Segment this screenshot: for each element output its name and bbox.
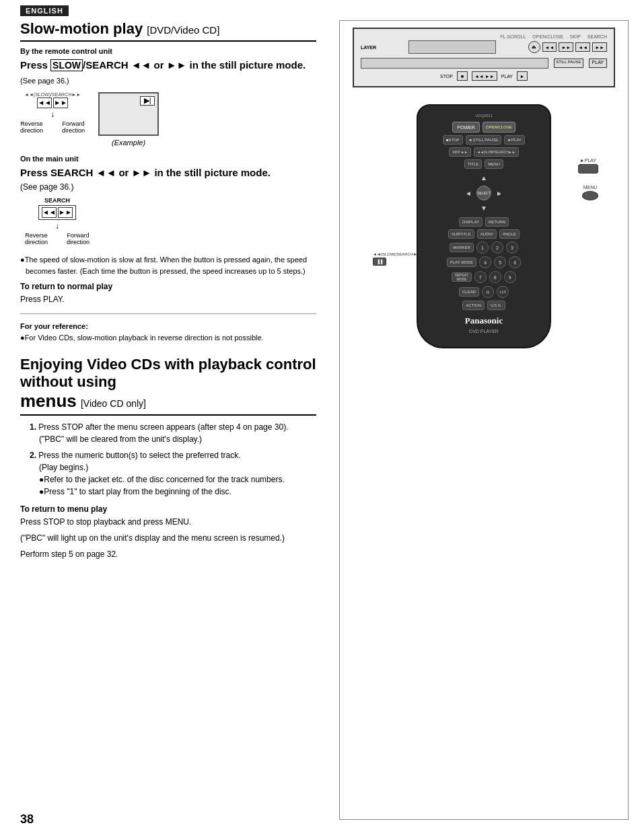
search-rev[interactable]: ◄◄ — [474, 74, 484, 79]
marker-btn[interactable]: MARKER — [450, 243, 474, 252]
repeat-btn[interactable]: REPEATMODE — [452, 272, 472, 282]
dvd-row2: STILL PAUSE PLAY — [361, 58, 607, 69]
num5-btn[interactable]: 5 — [494, 256, 506, 268]
clear-btn[interactable]: CLEAR — [459, 287, 479, 297]
play-right-btn — [578, 164, 598, 174]
subtitle-btn[interactable]: SUBTITLE — [448, 229, 474, 239]
return-menu-text3: Perform step 5 on page 32. — [20, 548, 316, 560]
ref-text: ●For Video CDs, slow-motion playback in … — [20, 332, 316, 344]
main-unit-subtitle: On the main unit — [20, 155, 316, 163]
dvd-btn-group1: ⏏ ◄◄ ►► ◄◄ ►► — [528, 41, 607, 53]
num3-btn[interactable]: 3 — [506, 241, 518, 254]
still-pause-remote-btn[interactable]: ►STILL PAUSE — [466, 135, 501, 145]
slow-box: SLOW — [50, 59, 83, 71]
fl-scroll-label: FL.SCROLL — [500, 34, 526, 39]
stop-remote-btn[interactable]: ■STOP — [443, 135, 463, 145]
layer-label: LAYER — [361, 45, 376, 50]
menu-btn[interactable]: MENU — [485, 159, 503, 169]
num9-btn[interactable]: 9 — [504, 271, 516, 283]
still-pause-btn[interactable]: STILL PAUSE — [554, 59, 583, 68]
return-btn[interactable]: RETURN — [485, 217, 509, 227]
dpad-down[interactable]: ▼ — [480, 204, 487, 212]
menu-right-text: MENU — [583, 185, 598, 190]
select-btn[interactable]: SELECT — [476, 186, 491, 200]
dvd-next-btn[interactable]: ►► — [559, 42, 573, 52]
for-reference-label: For your reference: — [20, 322, 316, 330]
dvd-tray — [361, 58, 548, 69]
skip-remote-btn[interactable]: SKIP ►► — [449, 147, 471, 157]
forward-label: Forwarddirection — [62, 120, 85, 135]
return-menu-text: Press STOP to stop playback and press ME… — [20, 516, 316, 528]
remote-dpad: ▲ ◄ SELECT ► ▼ — [464, 173, 504, 213]
remote-stop-row: ■STOP ►STILL PAUSE ►PLAY — [425, 135, 543, 145]
num0-btn[interactable]: 0 — [482, 286, 494, 298]
diagram-row-2: SEARCH ◄◄ ►► ↓ Reversedirection Forwardd… — [20, 197, 316, 247]
dvd-prev-btn[interactable]: ◄◄ — [542, 42, 557, 52]
open-close-btn[interactable]: OPEN/CLOSE — [483, 122, 515, 132]
audio-btn[interactable]: AUDIO — [477, 229, 497, 239]
dvd-row1: LAYER ⏏ ◄◄ ►► ◄◄ ►► — [361, 40, 607, 54]
power-btn[interactable]: POWER — [452, 122, 479, 132]
search-reverse: Reversedirection — [25, 232, 48, 247]
dpad-up[interactable]: ▲ — [480, 174, 487, 182]
remote-subtitle: By the remote control unit — [20, 47, 316, 55]
angle-btn[interactable]: ANGLE — [499, 229, 520, 239]
remote-wrapper: VEQ2011 POWER OPEN/CLOSE ■STOP ►STILL PA… — [417, 104, 551, 348]
tv-diagram: ▶| (Example) — [98, 92, 159, 147]
arrows1: ◄◄ or ►► in the still picture mode. — [131, 59, 306, 71]
remote-sub-row: SUBTITLE AUDIO ANGLE — [425, 229, 543, 239]
remote-model-label: VEQ2011 — [475, 114, 493, 118]
fwd-btn-diag: ►► — [53, 98, 68, 108]
remote-action-row: ACTION V.S.S. — [425, 301, 543, 310]
return-normal-text: Press PLAY. — [20, 293, 316, 305]
play-btn-top[interactable]: PLAY — [589, 59, 607, 68]
action-btn[interactable]: ACTION — [462, 301, 485, 310]
num7-btn[interactable]: 7 — [474, 271, 487, 283]
num4-btn[interactable]: 4 — [479, 256, 491, 268]
num-pm10-btn[interactable]: ±10 — [497, 286, 509, 298]
num8-btn[interactable]: 8 — [489, 271, 501, 283]
remote-brand: Panasonic — [465, 315, 503, 326]
dvd-rev-btn[interactable]: ◄◄ — [575, 42, 590, 52]
tv-icon: ▶| — [140, 96, 155, 106]
dvd-fwd-btn[interactable]: ►► — [592, 42, 607, 52]
step1-text: Press STOP after the menu screen appears… — [38, 422, 288, 432]
menu-right-label: MENU — [582, 185, 598, 200]
vss-btn[interactable]: V.S.S. — [487, 301, 505, 310]
num6-btn[interactable]: 6 — [509, 256, 521, 268]
num2-btn[interactable]: 2 — [491, 241, 503, 254]
stop-label: STOP — [440, 74, 453, 79]
dpad-left[interactable]: ◄ — [465, 190, 472, 197]
section2-title-enjoying: Enjoying Video CDs with playback control… — [20, 356, 316, 391]
play-btn-bottom[interactable]: ► — [517, 71, 528, 81]
stop-btn[interactable]: ■ — [457, 71, 468, 81]
dpad-right[interactable]: ► — [496, 190, 503, 197]
dvd-open-btn[interactable]: ⏏ — [528, 41, 540, 53]
section1-title-bracket: [DVD/Video CD] — [147, 24, 219, 36]
fwd-search-btn: ►► — [58, 207, 73, 218]
dvd-bottom-row: STOP ■ ◄◄ ►► PLAY ► — [361, 71, 607, 81]
dvd-display — [408, 40, 496, 54]
dvd-player-front: FL.SCROLL OPEN/CLOSE SKIP SEARCH LAYER ⏏… — [353, 28, 615, 87]
slash-search: /SEARCH — [83, 59, 129, 71]
slow-search-buttons: ◄◄ ►► — [37, 98, 68, 108]
remote-playmode-row: PLAY MODE 4 5 6 — [425, 256, 543, 268]
search-fwd[interactable]: ►► — [485, 74, 495, 79]
press-slow-line: Press SLOW/SEARCH ◄◄ or ►► in the still … — [20, 58, 316, 87]
menus-text: menus — [20, 391, 77, 411]
play-remote-btn[interactable]: ►PLAY — [504, 135, 525, 145]
slow-search-diagram: ◄◄(SLOW)/SEARCH►► ◄◄ ►► ↓ Reversedirecti… — [20, 92, 85, 135]
step-2: 2. Press the numeric button(s) to select… — [30, 449, 316, 498]
step1-sub: ("PBC" will be cleared from the unit's d… — [39, 434, 202, 444]
search-btn-row: ◄◄ ►► — [38, 205, 76, 220]
rev-btn-diag: ◄◄ — [37, 98, 52, 108]
num1-btn[interactable]: 1 — [476, 241, 489, 254]
display-btn[interactable]: DISPLAY — [459, 217, 483, 227]
step2-bullet1: ●Refer to the jacket etc. of the disc co… — [39, 473, 316, 486]
remote-repeat-row: REPEATMODE 7 8 9 — [425, 271, 543, 283]
language-badge: ENGLISH — [20, 5, 69, 16]
title-btn[interactable]: TITLE — [464, 159, 482, 169]
slow-search-remote-btn[interactable]: ◄◄SLOW/SEARCH►► — [474, 147, 519, 157]
playmode-btn[interactable]: PLAY MODE — [447, 258, 476, 267]
arrow-down-diag: ↓ — [50, 110, 55, 119]
